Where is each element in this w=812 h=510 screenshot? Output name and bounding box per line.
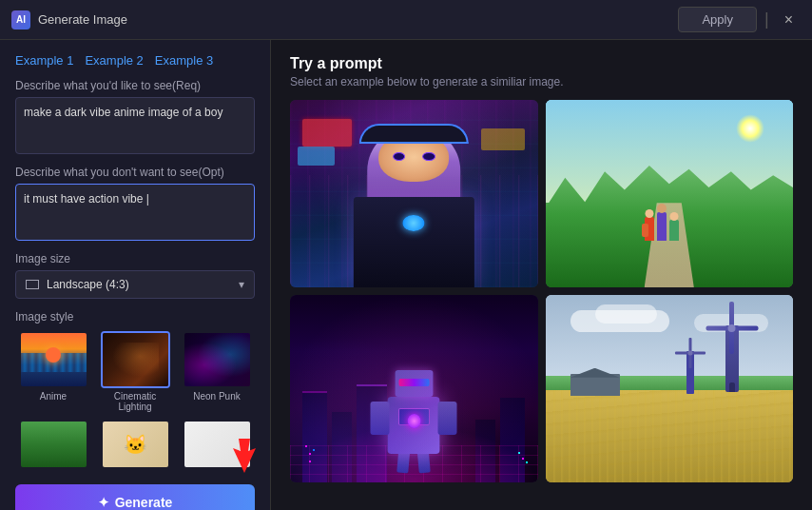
arrow-indicator <box>229 437 260 479</box>
image-cell-robot-city[interactable] <box>290 295 538 482</box>
style-thumb-cats <box>101 420 170 469</box>
generate-button[interactable]: ✦ Generate <box>15 484 255 510</box>
positive-prompt-section: Describe what you'd like to see(Req) <box>15 79 255 154</box>
style-label-neonpunk: Neon Punk <box>193 391 240 402</box>
image-size-select[interactable]: Landscape (4:3) <box>15 270 255 299</box>
style-item-neonpunk[interactable]: Neon Punk <box>179 331 255 412</box>
sparkle-icon: ✦ <box>98 495 109 510</box>
left-eye <box>393 152 405 161</box>
apply-button[interactable]: Apply <box>678 7 757 32</box>
style-item-cinematic[interactable]: Cinematic Lighting <box>97 331 173 412</box>
style-grid-row1: Anime Cinematic Lighting Neon Punk <box>15 331 255 412</box>
style-grid-row2 <box>15 420 255 469</box>
negative-prompt-label: Describe what you don't want to see(Opt) <box>15 166 255 179</box>
chest-orb <box>403 215 425 231</box>
cloud-2 <box>595 304 657 324</box>
main-content: Example 1 Example 2 Example 3 Describe w… <box>0 40 812 510</box>
anime-thumb-visual <box>21 333 87 386</box>
generate-label: Generate <box>115 495 173 510</box>
examples-row: Example 1 Example 2 Example 3 <box>15 53 255 68</box>
example-tab-1[interactable]: Example 1 <box>15 53 73 68</box>
character-container <box>334 123 494 287</box>
neon-sign-3 <box>481 128 526 151</box>
image-style-label: Image style <box>15 310 255 324</box>
style-item-cats[interactable] <box>97 420 173 469</box>
style-label-anime: Anime <box>40 391 67 402</box>
landscape-preview-icon <box>26 280 39 289</box>
image-size-label: Image size <box>15 252 255 265</box>
robot-city-visual <box>290 295 538 482</box>
windmill-visual <box>546 295 794 482</box>
titlebar-title: Generate Image <box>38 12 127 27</box>
style-item-nature[interactable] <box>15 420 91 469</box>
sidebar: Example 1 Example 2 Example 3 Describe w… <box>0 40 271 510</box>
titlebar-right: Apply | × <box>678 7 801 32</box>
neon-sign-1 <box>302 119 352 147</box>
style-thumb-cinematic <box>101 331 170 388</box>
kid-2 <box>657 212 667 241</box>
style-thumb-neonpunk <box>183 331 252 388</box>
image-size-section: Image size Landscape (4:3) <box>15 252 255 299</box>
positive-prompt-label: Describe what you'd like to see(Req) <box>15 79 255 92</box>
farm-building <box>570 374 620 397</box>
size-option-label: Landscape (4:3) <box>47 278 129 291</box>
prompt-header: Try a prompt Select an example below to … <box>290 55 793 88</box>
image-cell-windmill[interactable] <box>546 295 794 482</box>
prompt-title: Try a prompt <box>290 55 793 72</box>
negative-prompt-section: Describe what you don't want to see(Opt) <box>15 166 255 241</box>
kid-3 <box>669 220 679 241</box>
image-cell-forest-kids[interactable] <box>546 100 794 287</box>
example-tab-2[interactable]: Example 2 <box>85 53 143 68</box>
close-button[interactable]: × <box>777 8 801 32</box>
anime-girl-visual <box>290 100 538 287</box>
style-item-sketch[interactable] <box>179 420 255 469</box>
style-label-cinematic: Cinematic Lighting <box>114 391 156 412</box>
sun <box>736 114 764 143</box>
wheat-field <box>546 389 794 483</box>
right-panel: Try a prompt Select an example below to … <box>271 40 812 510</box>
image-cell-anime-girl[interactable] <box>290 100 538 287</box>
cats-thumb-visual <box>103 422 168 467</box>
negative-prompt-input[interactable] <box>15 184 255 241</box>
main-windmill <box>725 325 739 392</box>
headphones <box>359 124 469 144</box>
image-grid <box>290 100 793 482</box>
cinematic-thumb-visual <box>103 333 168 386</box>
nature-thumb-visual <box>21 422 87 467</box>
divider: | <box>764 10 769 29</box>
right-eye <box>422 152 435 161</box>
style-thumb-nature <box>19 420 88 469</box>
style-item-anime[interactable]: Anime <box>15 331 91 412</box>
svg-marker-0 <box>233 439 256 473</box>
neon-sign-2 <box>298 147 335 166</box>
titlebar: AI Generate Image Apply | × <box>0 0 812 40</box>
backpack-1 <box>642 224 648 237</box>
neon-overlay <box>290 295 538 482</box>
ai-icon: AI <box>11 10 30 29</box>
neonpunk-thumb-visual <box>184 333 250 386</box>
titlebar-left: AI Generate Image <box>11 10 127 29</box>
positive-prompt-input[interactable] <box>15 97 255 154</box>
prompt-subtitle: Select an example below to generate a si… <box>290 75 793 88</box>
forest-kids-visual <box>546 100 794 287</box>
image-style-section: Image style Anime Cinematic Lighting <box>15 310 255 469</box>
example-tab-3[interactable]: Example 3 <box>155 53 213 68</box>
character-body <box>354 197 474 287</box>
style-thumb-anime <box>19 331 88 388</box>
small-windmill <box>686 351 694 394</box>
kids-group <box>645 212 679 241</box>
